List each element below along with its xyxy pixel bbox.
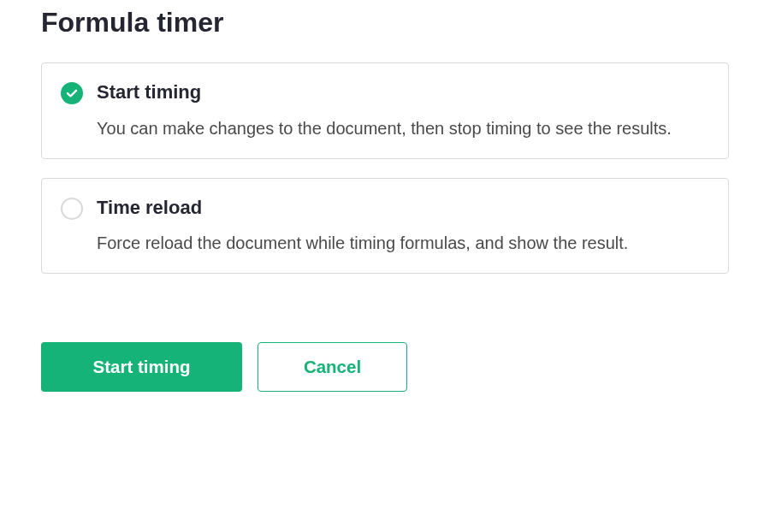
option-title: Time reload <box>97 196 709 221</box>
option-body: Time reload Force reload the document wh… <box>97 196 709 257</box>
page-title: Formula timer <box>41 7 729 38</box>
cancel-button[interactable]: Cancel <box>258 342 407 392</box>
option-description: You can make changes to the document, th… <box>97 115 709 141</box>
option-card-time-reload[interactable]: Time reload Force reload the document wh… <box>41 178 729 275</box>
radio-unselected-icon <box>61 198 83 220</box>
option-card-start-timing[interactable]: Start timing You can make changes to the… <box>41 62 729 159</box>
radio-selected-icon <box>61 82 83 104</box>
start-timing-button[interactable]: Start timing <box>41 342 242 392</box>
button-row: Start timing Cancel <box>41 342 729 392</box>
option-title: Start timing <box>97 80 709 105</box>
option-description: Force reload the document while timing f… <box>97 230 709 256</box>
option-body: Start timing You can make changes to the… <box>97 80 709 141</box>
